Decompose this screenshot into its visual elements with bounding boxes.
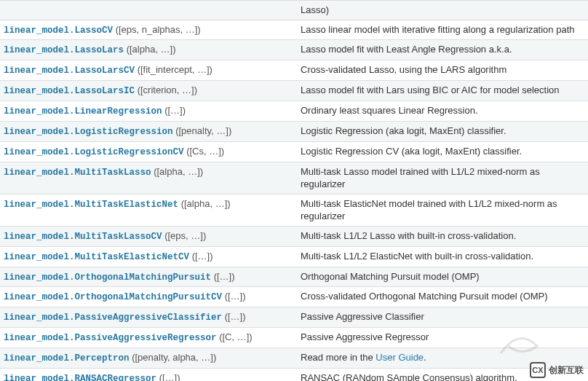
api-link[interactable]: linear_model.MultiTaskElasticNet <box>4 200 178 210</box>
api-link[interactable]: linear_model.LassoLarsCV <box>4 66 135 76</box>
description-cell: Read more in the User Guide. <box>297 348 588 369</box>
signature-cell: linear_model.LassoCV ([eps, n_alphas, …]… <box>0 20 297 40</box>
description-cell: Passive Aggressive Classifier <box>297 307 588 328</box>
params-text: ([…]) <box>211 271 235 282</box>
params-text: ([alpha, …]) <box>178 198 231 209</box>
params-text: ([eps, …]) <box>162 230 207 241</box>
table-row: linear_model.PassiveAggressiveRegressor … <box>0 328 588 348</box>
api-link[interactable]: linear_model.MultiTaskLassoCV <box>4 232 162 242</box>
description-cell: RANSAC (RANdom SAmple Consensus) algorit… <box>297 368 588 381</box>
table-row: linear_model.OrthogonalMatchingPursuitCV… <box>0 287 588 307</box>
description-cell: Lasso model fit with Lars using BIC or A… <box>297 81 588 101</box>
table-row: linear_model.LassoCV ([eps, n_alphas, …]… <box>0 20 588 40</box>
signature-cell: linear_model.PassiveAggressiveRegressor … <box>0 328 297 348</box>
api-link[interactable]: linear_model.PassiveAggressiveRegressor <box>4 333 217 343</box>
signature-cell: linear_model.PassiveAggressiveClassifier… <box>0 307 297 328</box>
signature-cell <box>0 1 297 20</box>
api-link[interactable]: linear_model.OrthogonalMatchingPursuitCV <box>4 292 222 302</box>
table-row: linear_model.LogisticRegression ([penalt… <box>0 121 588 141</box>
signature-cell: linear_model.MultiTaskElasticNet ([alpha… <box>0 194 297 226</box>
table-row: linear_model.LassoLars ([alpha, …])Lasso… <box>0 40 588 60</box>
signature-cell: linear_model.LassoLarsIC ([criterion, …]… <box>0 81 297 101</box>
params-text: ([alpha, …]) <box>151 166 204 177</box>
api-link[interactable]: linear_model.LogisticRegression <box>4 127 173 137</box>
description-cell: Logistic Regression (aka logit, MaxEnt) … <box>297 121 588 141</box>
description-cell: Lasso model fit with Least Angle Regress… <box>297 40 588 60</box>
description-cell: Multi-task ElasticNet model trained with… <box>297 194 588 226</box>
params-text: ([penalty, …]) <box>173 125 232 136</box>
params-text: ([…]) <box>222 291 246 302</box>
params-text: ([alpha, …]) <box>124 44 176 55</box>
description-cell: Ordinary least squares Linear Regression… <box>297 101 588 122</box>
params-text: ([…]) <box>189 251 213 262</box>
signature-cell: linear_model.MultiTaskLassoCV ([eps, …]) <box>0 226 297 246</box>
signature-cell: linear_model.Perceptron ([penalty, alpha… <box>0 348 297 369</box>
signature-cell: linear_model.OrthogonalMatchingPursuitCV… <box>0 287 297 307</box>
signature-cell: linear_model.LogisticRegression ([penalt… <box>0 121 297 141</box>
description-cell: Passive Aggressive Regressor <box>297 328 588 348</box>
table-row: linear_model.MultiTaskElasticNet ([alpha… <box>0 194 588 226</box>
description-cell: Cross-validated Orthogonal Matching Purs… <box>297 287 588 307</box>
description-text: . <box>424 352 426 363</box>
api-link[interactable]: linear_model.PassiveAggressiveClassifier <box>4 313 222 323</box>
table-row: linear_model.MultiTaskElasticNetCV ([…])… <box>0 246 588 267</box>
params-text: ([Cs, …]) <box>184 146 225 157</box>
signature-cell: linear_model.LinearRegression ([…]) <box>0 101 297 122</box>
api-link[interactable]: linear_model.LinearRegression <box>4 106 162 117</box>
signature-cell: linear_model.LogisticRegressionCV ([Cs, … <box>0 141 297 162</box>
table-row: Lasso) <box>0 1 588 20</box>
signature-cell: linear_model.OrthogonalMatchingPursuit (… <box>0 267 297 287</box>
description-cell: Lasso) <box>297 1 588 20</box>
api-link[interactable]: linear_model.LassoLars <box>4 45 124 55</box>
params-text: ([penalty, alpha, …]) <box>130 352 217 363</box>
table-row: linear_model.MultiTaskLasso ([alpha, …])… <box>0 162 588 194</box>
params-text: ([…]) <box>156 372 180 381</box>
api-link[interactable]: linear_model.Perceptron <box>4 353 130 364</box>
params-text: ([eps, n_alphas, …]) <box>113 24 201 35</box>
description-cell: Multi-task Lasso model trained with L1/L… <box>297 162 588 194</box>
table-row: linear_model.RANSACRegressor ([…])RANSAC… <box>0 368 588 381</box>
api-link[interactable]: linear_model.LogisticRegressionCV <box>4 147 184 157</box>
table-row: linear_model.MultiTaskLassoCV ([eps, …])… <box>0 226 588 246</box>
api-link[interactable]: linear_model.RANSACRegressor <box>4 374 156 381</box>
signature-cell: linear_model.LassoLars ([alpha, …]) <box>0 40 297 60</box>
params-text: ([…]) <box>162 105 186 116</box>
table-row: linear_model.LassoLarsCV ([fit_intercept… <box>0 60 588 81</box>
table-row: linear_model.PassiveAggressiveClassifier… <box>0 307 588 328</box>
api-link[interactable]: linear_model.OrthogonalMatchingPursuit <box>4 272 211 283</box>
description-cell: Orthogonal Matching Pursuit model (OMP) <box>297 267 588 287</box>
signature-cell: linear_model.MultiTaskLasso ([alpha, …]) <box>0 162 297 194</box>
signature-cell: linear_model.MultiTaskElasticNetCV ([…]) <box>0 246 297 267</box>
user-guide-link[interactable]: User Guide <box>376 352 424 363</box>
params-text: ([fit_intercept, …]) <box>135 64 212 75</box>
signature-cell: linear_model.LassoLarsCV ([fit_intercept… <box>0 60 297 81</box>
table-row: linear_model.Perceptron ([penalty, alpha… <box>0 348 588 369</box>
api-link[interactable]: linear_model.MultiTaskElasticNetCV <box>4 252 189 262</box>
description-cell: Logistic Regression CV (aka logit, MaxEn… <box>297 141 588 162</box>
table-row: linear_model.LinearRegression ([…])Ordin… <box>0 101 588 122</box>
table-row: linear_model.OrthogonalMatchingPursuit (… <box>0 267 588 287</box>
table-row: linear_model.LogisticRegressionCV ([Cs, … <box>0 141 588 162</box>
table-row: linear_model.LassoLarsIC ([criterion, …]… <box>0 81 588 101</box>
params-text: ([criterion, …]) <box>135 85 197 95</box>
api-link[interactable]: linear_model.MultiTaskLasso <box>4 168 151 178</box>
description-text: Read more in the <box>301 352 376 363</box>
params-text: ([C, …]) <box>217 331 253 342</box>
signature-cell: linear_model.RANSACRegressor ([…]) <box>0 368 297 381</box>
params-text: ([…]) <box>222 311 246 322</box>
description-cell: Multi-task L1/L2 ElasticNet with built-i… <box>297 246 588 267</box>
description-cell: Cross-validated Lasso, using the LARS al… <box>297 60 588 81</box>
description-cell: Lasso linear model with iterative fittin… <box>297 20 588 40</box>
api-link[interactable]: linear_model.LassoLarsIC <box>4 86 135 96</box>
description-cell: Multi-task L1/L2 Lasso with built-in cro… <box>297 226 588 246</box>
api-reference-table: Lasso)linear_model.LassoCV ([eps, n_alph… <box>0 0 588 381</box>
api-link[interactable]: linear_model.LassoCV <box>4 25 113 36</box>
